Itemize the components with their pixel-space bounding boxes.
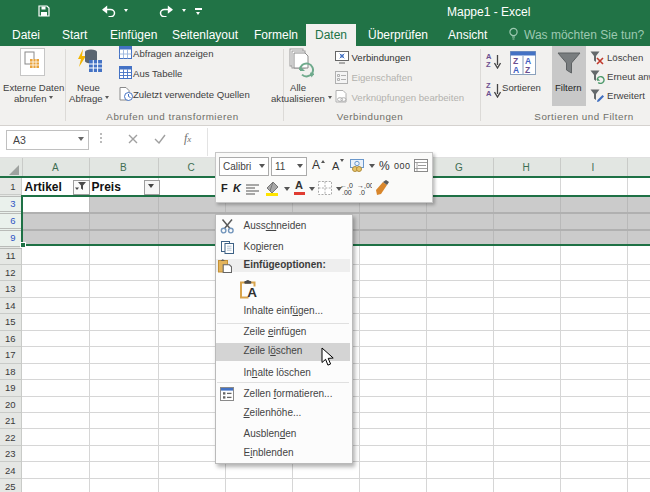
svg-text:A: A [513, 65, 519, 75]
svg-text:,00: ,00 [342, 189, 352, 195]
svg-text:←,0: ←,0 [340, 182, 353, 189]
svg-text:→,00: →,00 [357, 182, 372, 189]
svg-text:Z: Z [525, 65, 530, 75]
svg-text:,0: ,0 [359, 189, 365, 195]
svg-text:A: A [247, 285, 257, 299]
